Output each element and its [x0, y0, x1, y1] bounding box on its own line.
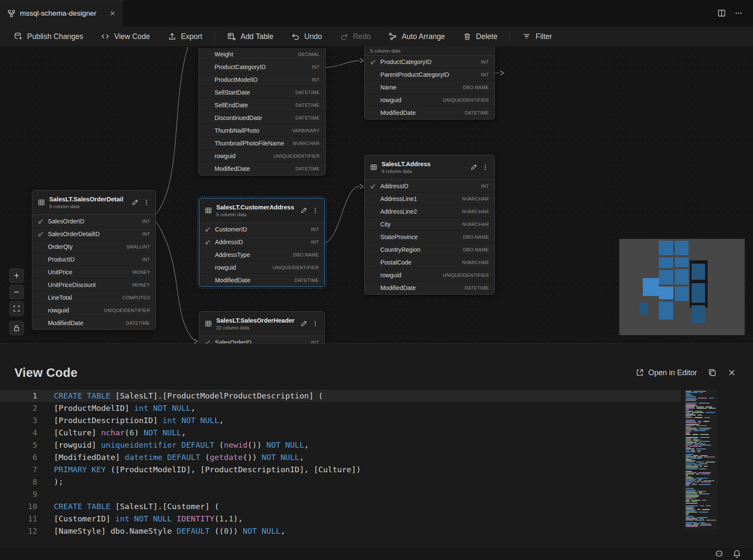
column-row-rowguid[interactable]: rowguidUNIQUEIDENTIFIER [199, 150, 325, 162]
column-row-salesorderid[interactable]: SalesOrderIDINT [199, 336, 324, 343]
toolbar-undo-button[interactable]: Undo [282, 27, 331, 46]
table-address[interactable]: SalesLT.Address9 column dataAddressIDINT… [364, 155, 495, 295]
column-row-productcategoryid[interactable]: ProductCategoryIDINT [199, 61, 325, 73]
close-panel-button[interactable] [728, 368, 736, 377]
column-row-addressline1[interactable]: AddressLine1NVARCHAR [365, 192, 494, 205]
table-header[interactable]: SalesLT.SalesOrderHeader22 column data [199, 312, 324, 336]
table-header[interactable]: SalesLT.CustomerAddress5 column data [199, 198, 324, 223]
column-row-addressline2[interactable]: AddressLine2NVARCHAR [365, 205, 494, 218]
toolbar-add-table-button[interactable]: Add Table [218, 27, 282, 46]
table-header[interactable]: SalesLT.SalesOrderDetail9 column data [32, 190, 156, 215]
diagram-canvas[interactable]: WeightDECIMALProductCategoryIDINTProduct… [0, 46, 753, 343]
column-row-stateprovince[interactable]: StateProvinceDBO.NAME [365, 231, 494, 243]
diagram-minimap[interactable] [619, 239, 745, 335]
column-row-rowguid[interactable]: rowguidUNIQUEIDENTIFIER [365, 94, 494, 106]
edit-table-icon[interactable] [300, 207, 307, 214]
column-row-rowguid[interactable]: rowguidUNIQUEIDENTIFIER [199, 261, 324, 274]
column-row-addressid[interactable]: AddressIDINT [199, 236, 324, 248]
code-line-10[interactable]: 10CREATE TABLE [SalesLT].[Customer] ( [0, 500, 681, 513]
code-editor[interactable]: 1CREATE TABLE [SalesLT].[ProductModelPro… [0, 390, 753, 547]
zoom-in-button[interactable] [9, 268, 24, 283]
table-menu-icon[interactable] [312, 320, 319, 327]
toolbar-view-code-button[interactable]: View Code [92, 27, 159, 46]
code-line-2[interactable]: 2[ProductModelID] int NOT NULL, [0, 402, 681, 414]
code-line-11[interactable]: 11[CustomerID] int NOT NULL IDENTITY(1,1… [0, 513, 681, 525]
fit-screen-button[interactable] [9, 301, 24, 316]
toolbar-auto-arrange-button[interactable]: Auto Arrange [379, 27, 454, 46]
view-code-header: View Code Open in Editor [14, 362, 736, 384]
table-menu-icon[interactable] [312, 207, 319, 214]
split-editor-icon[interactable] [717, 9, 726, 17]
column-row-productid[interactable]: ProductIDINT [32, 253, 156, 266]
column-row-unitprice[interactable]: UnitPriceMONEY [32, 266, 156, 279]
column-row-rowguid[interactable]: rowguidUNIQUEIDENTIFIER [365, 269, 494, 281]
table-sales-order-detail[interactable]: SalesLT.SalesOrderDetail9 column dataSal… [32, 190, 156, 330]
column-row-sellstartdate[interactable]: SellStartDateDATETIME [199, 86, 325, 99]
column-row-modifieddate[interactable]: ModifiedDateDATETIME [365, 281, 494, 294]
column-row-postalcode[interactable]: PostalCodeNVARCHAR [365, 256, 494, 269]
table-header[interactable]: SalesLT.Address9 column data [365, 155, 494, 180]
code-line-5[interactable]: 5[rowguid] uniqueidentifier DEFAULT (new… [0, 439, 681, 451]
column-row-modifieddate[interactable]: ModifiedDateDATETIME [199, 162, 325, 175]
column-row-countryregion[interactable]: CountryRegionDBO.NAME [365, 243, 494, 256]
code-line-3[interactable]: 3[ProductDescriptionID] int NOT NULL, [0, 414, 681, 426]
toolbar-export-button[interactable]: Export [159, 27, 212, 46]
code-line-7[interactable]: 7PRIMARY KEY ([ProductModelID], [Product… [0, 463, 681, 476]
more-actions-icon[interactable] [734, 9, 743, 17]
table-customer-address[interactable]: SalesLT.CustomerAddress5 column dataCust… [199, 198, 325, 287]
toolbar-filter-button[interactable]: Filter [513, 27, 561, 46]
column-row-modifieddate[interactable]: ModifiedDateDATETIME [199, 274, 324, 287]
toolbar-publish-changes-button[interactable]: Publish Changes [5, 27, 92, 46]
column-row-sellenddate[interactable]: SellEndDateDATETIME [199, 99, 325, 111]
code-line-6[interactable]: 6[ModifiedDate] datetime DEFAULT (getdat… [0, 451, 681, 463]
column-row-productmodelid[interactable]: ProductModelIDINT [199, 73, 325, 86]
column-row-orderqty[interactable]: OrderQtySMALLINT [32, 240, 156, 253]
table-menu-icon[interactable] [482, 164, 489, 171]
table-subtitle: 9 column data [382, 169, 466, 174]
column-row-thumbnailphotofilename[interactable]: ThumbnailPhotoFileNameNVARCHAR [199, 137, 325, 150]
table-sales-order-header[interactable]: SalesLT.SalesOrderHeader22 column dataSa… [199, 311, 325, 343]
column-row-modifieddate[interactable]: ModifiedDateDATETIME [365, 106, 494, 119]
edit-table-icon[interactable] [300, 320, 307, 327]
zoom-out-button[interactable] [9, 285, 24, 299]
column-row-name[interactable]: NameDBO.NAME [365, 81, 494, 94]
edit-table-icon[interactable] [470, 164, 477, 171]
copy-code-button[interactable] [708, 368, 717, 377]
copilot-icon[interactable] [715, 549, 723, 558]
column-row-customerid[interactable]: CustomerIDINT [199, 223, 324, 236]
table-product-category[interactable]: 5 column dataProductCategoryIDINTParentP… [364, 46, 495, 120]
column-row-linetotal[interactable]: LineTotalCOMPUTED [32, 291, 156, 304]
code-line-9[interactable]: 9 [0, 488, 681, 500]
column-row-addresstype[interactable]: AddressTypeDBO.NAME [199, 248, 324, 261]
column-row-thumbnailphoto[interactable]: ThumbNailPhotoVARBINARY [199, 124, 325, 137]
code-line-1[interactable]: 1CREATE TABLE [SalesLT].[ProductModelPro… [0, 390, 681, 402]
table-menu-icon[interactable] [143, 199, 150, 206]
tab-close-icon[interactable] [109, 10, 116, 17]
column-row-rowguid[interactable]: rowguidUNIQUEIDENTIFIER [32, 304, 156, 317]
table-product[interactable]: WeightDECIMALProductCategoryIDINTProduct… [198, 48, 326, 176]
column-row-city[interactable]: CityNVARCHAR [365, 218, 494, 231]
column-row-weight[interactable]: WeightDECIMAL [199, 48, 325, 61]
code-minimap[interactable] [684, 389, 718, 530]
lock-canvas-button[interactable] [9, 321, 24, 335]
column-name: SalesOrderID [48, 218, 84, 225]
open-in-editor-button[interactable]: Open in Editor [636, 368, 697, 377]
notifications-icon[interactable] [733, 549, 741, 558]
code-line-12[interactable]: 12[NameStyle] dbo.NameStyle DEFAULT ((0)… [0, 525, 681, 537]
column-row-salesorderdetailid[interactable]: SalesOrderDetailIDINT [32, 228, 156, 240]
edit-table-icon[interactable] [131, 199, 139, 206]
minimap-code-line [696, 478, 708, 479]
toolbar-delete-button[interactable]: Delete [454, 27, 507, 46]
column-row-modifieddate[interactable]: ModifiedDateDATETIME [32, 317, 156, 329]
code-line-4[interactable]: 4[Culture] nchar(6) NOT NULL, [0, 426, 681, 439]
column-row-unitpricediscount[interactable]: UnitPriceDiscountMONEY [32, 279, 156, 291]
minimap-code-line [698, 422, 701, 423]
column-row-productcategoryid[interactable]: ProductCategoryIDINT [365, 56, 494, 68]
column-row-salesorderid[interactable]: SalesOrderIDINT [32, 215, 156, 228]
minimap-code-line [686, 408, 695, 409]
column-row-parentproductcategoryid[interactable]: ParentProductCategoryIDINT [365, 68, 494, 81]
column-row-discontinueddate[interactable]: DiscontinuedDateDATETIME [199, 111, 325, 124]
tab-mssql-schema-designer[interactable]: mssql-schema-designer [0, 0, 124, 26]
column-row-addressid[interactable]: AddressIDINT [365, 180, 494, 192]
code-line-8[interactable]: 8); [0, 476, 681, 488]
